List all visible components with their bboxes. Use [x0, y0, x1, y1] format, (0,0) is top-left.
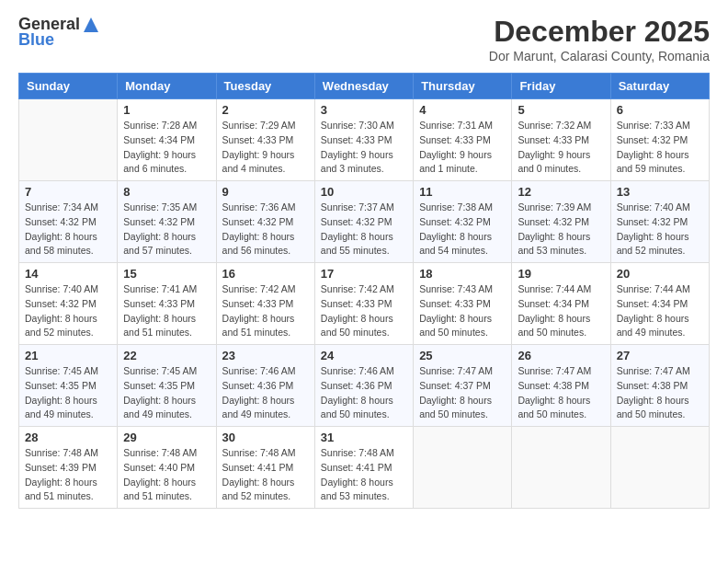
day-number: 24: [321, 349, 407, 362]
calendar-day-cell: 30Sunrise: 7:48 AM Sunset: 4:41 PM Dayli…: [216, 427, 314, 509]
day-info: Sunrise: 7:39 AM Sunset: 4:32 PM Dayligh…: [518, 201, 604, 259]
day-info: Sunrise: 7:47 AM Sunset: 4:38 PM Dayligh…: [617, 364, 703, 422]
calendar-day-cell: 1Sunrise: 7:28 AM Sunset: 4:34 PM Daylig…: [118, 99, 216, 181]
column-header-friday: Friday: [512, 74, 610, 99]
day-number: 22: [123, 349, 210, 362]
calendar-week-row: 1Sunrise: 7:28 AM Sunset: 4:34 PM Daylig…: [19, 99, 710, 181]
column-header-sunday: Sunday: [19, 74, 118, 99]
day-number: 26: [518, 349, 604, 362]
day-number: 27: [617, 349, 703, 362]
calendar-day-cell: 18Sunrise: 7:43 AM Sunset: 4:33 PM Dayli…: [414, 263, 512, 345]
day-info: Sunrise: 7:30 AM Sunset: 4:33 PM Dayligh…: [321, 119, 407, 177]
day-number: 8: [123, 185, 210, 199]
day-info: Sunrise: 7:48 AM Sunset: 4:40 PM Dayligh…: [123, 446, 210, 504]
day-info: Sunrise: 7:33 AM Sunset: 4:32 PM Dayligh…: [617, 119, 703, 177]
day-number: 21: [25, 349, 111, 362]
day-number: 14: [25, 267, 111, 281]
calendar-day-cell: 20Sunrise: 7:44 AM Sunset: 4:34 PM Dayli…: [610, 263, 709, 345]
location-subtitle: Dor Marunt, Calarasi County, Romania: [489, 49, 710, 63]
calendar-week-row: 14Sunrise: 7:40 AM Sunset: 4:32 PM Dayli…: [19, 263, 710, 345]
empty-day-cell: [414, 427, 512, 509]
column-header-tuesday: Tuesday: [216, 74, 314, 99]
day-info: Sunrise: 7:45 AM Sunset: 4:35 PM Dayligh…: [123, 364, 210, 422]
day-number: 31: [321, 431, 407, 444]
column-header-wednesday: Wednesday: [314, 74, 413, 99]
calendar-week-row: 7Sunrise: 7:34 AM Sunset: 4:32 PM Daylig…: [19, 181, 710, 263]
day-number: 18: [419, 267, 506, 281]
calendar-day-cell: 3Sunrise: 7:30 AM Sunset: 4:33 PM Daylig…: [314, 99, 413, 181]
calendar-day-cell: 21Sunrise: 7:45 AM Sunset: 4:35 PM Dayli…: [19, 345, 118, 427]
day-number: 29: [123, 431, 210, 444]
empty-day-cell: [610, 427, 709, 509]
logo: General Blue: [18, 15, 100, 50]
day-number: 28: [25, 431, 111, 444]
month-year-title: December 2025: [489, 15, 710, 49]
day-info: Sunrise: 7:38 AM Sunset: 4:32 PM Dayligh…: [419, 201, 506, 259]
calendar-day-cell: 22Sunrise: 7:45 AM Sunset: 4:35 PM Dayli…: [118, 345, 216, 427]
day-number: 23: [222, 349, 309, 362]
calendar-day-cell: 15Sunrise: 7:41 AM Sunset: 4:33 PM Dayli…: [118, 263, 216, 345]
day-info: Sunrise: 7:37 AM Sunset: 4:32 PM Dayligh…: [321, 201, 407, 259]
day-info: Sunrise: 7:47 AM Sunset: 4:37 PM Dayligh…: [419, 364, 506, 422]
day-info: Sunrise: 7:42 AM Sunset: 4:33 PM Dayligh…: [222, 282, 309, 340]
calendar-day-cell: 7Sunrise: 7:34 AM Sunset: 4:32 PM Daylig…: [19, 181, 118, 263]
calendar-day-cell: 2Sunrise: 7:29 AM Sunset: 4:33 PM Daylig…: [216, 99, 314, 181]
day-info: Sunrise: 7:48 AM Sunset: 4:41 PM Dayligh…: [321, 446, 407, 504]
day-info: Sunrise: 7:29 AM Sunset: 4:33 PM Dayligh…: [222, 119, 309, 177]
calendar-day-cell: 27Sunrise: 7:47 AM Sunset: 4:38 PM Dayli…: [610, 345, 709, 427]
calendar-day-cell: 16Sunrise: 7:42 AM Sunset: 4:33 PM Dayli…: [216, 263, 314, 345]
day-info: Sunrise: 7:45 AM Sunset: 4:35 PM Dayligh…: [25, 364, 111, 422]
calendar-header-row: SundayMondayTuesdayWednesdayThursdayFrid…: [19, 74, 710, 99]
calendar-day-cell: 11Sunrise: 7:38 AM Sunset: 4:32 PM Dayli…: [414, 181, 512, 263]
day-number: 5: [518, 103, 604, 117]
day-number: 7: [25, 185, 111, 199]
day-info: Sunrise: 7:40 AM Sunset: 4:32 PM Dayligh…: [617, 201, 703, 259]
calendar-day-cell: 6Sunrise: 7:33 AM Sunset: 4:32 PM Daylig…: [610, 99, 709, 181]
day-number: 1: [123, 103, 210, 117]
day-info: Sunrise: 7:35 AM Sunset: 4:32 PM Dayligh…: [123, 201, 210, 259]
day-number: 17: [321, 267, 407, 281]
day-number: 30: [222, 431, 309, 444]
title-section: December 2025 Dor Marunt, Calarasi Count…: [489, 15, 710, 63]
logo-icon: [82, 16, 100, 34]
day-info: Sunrise: 7:46 AM Sunset: 4:36 PM Dayligh…: [321, 364, 407, 422]
day-info: Sunrise: 7:47 AM Sunset: 4:38 PM Dayligh…: [518, 364, 604, 422]
day-number: 12: [518, 185, 604, 199]
day-info: Sunrise: 7:28 AM Sunset: 4:34 PM Dayligh…: [123, 119, 210, 177]
day-info: Sunrise: 7:32 AM Sunset: 4:33 PM Dayligh…: [518, 119, 604, 177]
day-info: Sunrise: 7:42 AM Sunset: 4:33 PM Dayligh…: [321, 282, 407, 340]
calendar-week-row: 21Sunrise: 7:45 AM Sunset: 4:35 PM Dayli…: [19, 345, 710, 427]
day-number: 11: [419, 185, 506, 199]
day-number: 15: [123, 267, 210, 281]
calendar-day-cell: 23Sunrise: 7:46 AM Sunset: 4:36 PM Dayli…: [216, 345, 314, 427]
column-header-thursday: Thursday: [414, 74, 512, 99]
day-number: 10: [321, 185, 407, 199]
day-info: Sunrise: 7:40 AM Sunset: 4:32 PM Dayligh…: [25, 282, 111, 340]
calendar-day-cell: 8Sunrise: 7:35 AM Sunset: 4:32 PM Daylig…: [118, 181, 216, 263]
calendar-table: SundayMondayTuesdayWednesdayThursdayFrid…: [18, 73, 710, 509]
calendar-day-cell: 19Sunrise: 7:44 AM Sunset: 4:34 PM Dayli…: [512, 263, 610, 345]
empty-day-cell: [512, 427, 610, 509]
day-number: 25: [419, 349, 506, 362]
day-number: 16: [222, 267, 309, 281]
day-info: Sunrise: 7:41 AM Sunset: 4:33 PM Dayligh…: [123, 282, 210, 340]
day-number: 13: [617, 185, 703, 199]
day-info: Sunrise: 7:48 AM Sunset: 4:41 PM Dayligh…: [222, 446, 309, 504]
calendar-day-cell: 12Sunrise: 7:39 AM Sunset: 4:32 PM Dayli…: [512, 181, 610, 263]
day-number: 6: [617, 103, 703, 117]
day-info: Sunrise: 7:34 AM Sunset: 4:32 PM Dayligh…: [25, 201, 111, 259]
calendar-day-cell: 14Sunrise: 7:40 AM Sunset: 4:32 PM Dayli…: [19, 263, 118, 345]
day-number: 9: [222, 185, 309, 199]
calendar-day-cell: 28Sunrise: 7:48 AM Sunset: 4:39 PM Dayli…: [19, 427, 118, 509]
day-number: 4: [419, 103, 506, 117]
day-number: 20: [617, 267, 703, 281]
calendar-day-cell: 4Sunrise: 7:31 AM Sunset: 4:33 PM Daylig…: [414, 99, 512, 181]
day-number: 19: [518, 267, 604, 281]
calendar-day-cell: 9Sunrise: 7:36 AM Sunset: 4:32 PM Daylig…: [216, 181, 314, 263]
page-header: General Blue December 2025 Dor Marunt, C…: [18, 15, 710, 63]
column-header-saturday: Saturday: [610, 74, 709, 99]
day-info: Sunrise: 7:36 AM Sunset: 4:32 PM Dayligh…: [222, 201, 309, 259]
empty-day-cell: [19, 99, 118, 181]
calendar-day-cell: 26Sunrise: 7:47 AM Sunset: 4:38 PM Dayli…: [512, 345, 610, 427]
calendar-day-cell: 31Sunrise: 7:48 AM Sunset: 4:41 PM Dayli…: [314, 427, 413, 509]
